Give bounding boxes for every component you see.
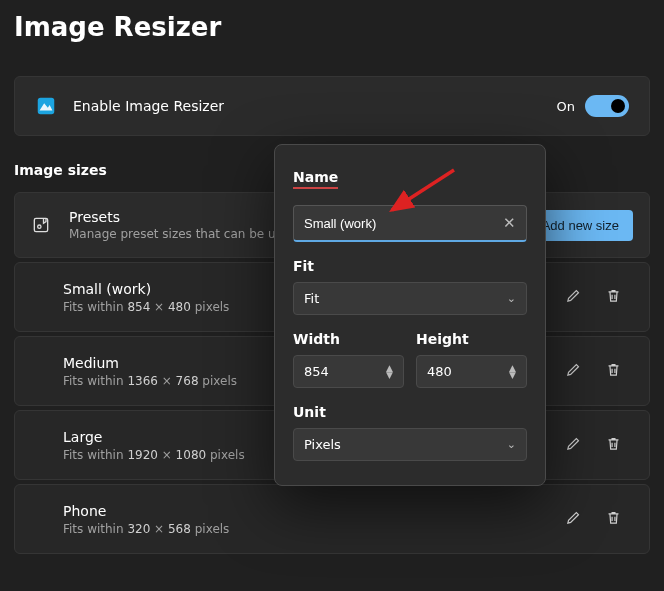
- trash-icon: [605, 361, 622, 381]
- spinner-icon[interactable]: ▲▼: [386, 365, 393, 379]
- edit-button[interactable]: [553, 277, 593, 317]
- pencil-icon: [565, 435, 582, 455]
- unit-select[interactable]: Pixels ⌄: [293, 428, 527, 461]
- fit-value: Fit: [304, 291, 319, 306]
- name-input-wrap[interactable]: ✕: [293, 205, 527, 242]
- edit-button[interactable]: [553, 351, 593, 391]
- name-input[interactable]: [304, 216, 503, 231]
- trash-icon: [605, 287, 622, 307]
- fit-select[interactable]: Fit ⌄: [293, 282, 527, 315]
- pencil-icon: [565, 509, 582, 529]
- pencil-icon: [565, 287, 582, 307]
- size-meta: Fits within 320 × 568 pixels: [63, 522, 553, 536]
- width-label: Width: [293, 331, 404, 347]
- size-name: Phone: [63, 503, 553, 519]
- enable-toggle[interactable]: [585, 95, 629, 117]
- enable-state: On: [557, 99, 575, 114]
- fit-label: Fit: [293, 258, 527, 274]
- edit-size-popup: Name ✕ Fit Fit ⌄ Width 854 ▲▼ Height 480…: [274, 144, 546, 486]
- close-icon: ✕: [503, 214, 516, 231]
- height-label: Height: [416, 331, 527, 347]
- height-input[interactable]: 480 ▲▼: [416, 355, 527, 388]
- pencil-icon: [565, 361, 582, 381]
- delete-button[interactable]: [593, 351, 633, 391]
- presets-icon: [31, 215, 53, 235]
- svg-point-2: [38, 225, 41, 228]
- spinner-icon[interactable]: ▲▼: [509, 365, 516, 379]
- delete-button[interactable]: [593, 277, 633, 317]
- chevron-down-icon: ⌄: [507, 438, 516, 451]
- edit-button[interactable]: [553, 499, 593, 539]
- name-label: Name: [293, 169, 338, 189]
- enable-label: Enable Image Resizer: [73, 98, 557, 114]
- delete-button[interactable]: [593, 425, 633, 465]
- width-input[interactable]: 854 ▲▼: [293, 355, 404, 388]
- delete-button[interactable]: [593, 499, 633, 539]
- unit-value: Pixels: [304, 437, 341, 452]
- trash-icon: [605, 509, 622, 529]
- height-value: 480: [427, 364, 452, 379]
- enable-card: Enable Image Resizer On: [14, 76, 650, 136]
- page-title: Image Resizer: [0, 0, 664, 46]
- app-icon: [35, 95, 57, 117]
- edit-button[interactable]: [553, 425, 593, 465]
- trash-icon: [605, 435, 622, 455]
- clear-input-button[interactable]: ✕: [503, 214, 516, 232]
- size-row: Phone Fits within 320 × 568 pixels: [14, 484, 650, 554]
- unit-label: Unit: [293, 404, 527, 420]
- chevron-down-icon: ⌄: [507, 292, 516, 305]
- width-value: 854: [304, 364, 329, 379]
